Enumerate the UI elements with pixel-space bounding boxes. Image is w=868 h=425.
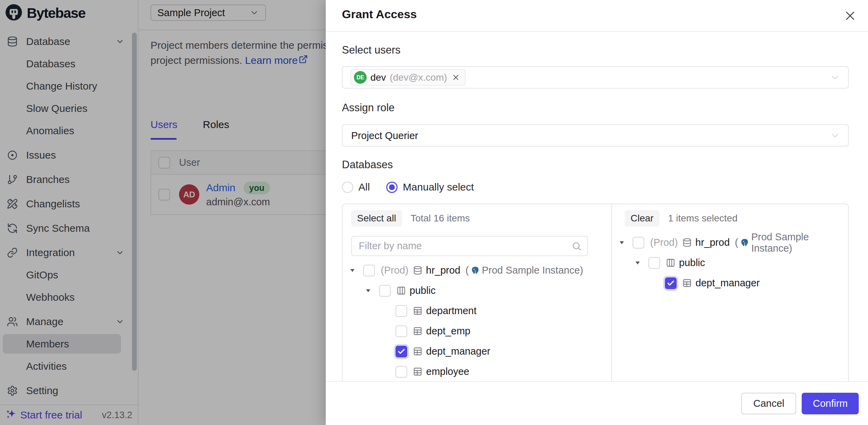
- tree-row-dept_manager[interactable]: dept_manager: [343, 341, 611, 361]
- modal-title: Grant Access: [342, 8, 417, 21]
- radio-manually-select-label: Manually select: [403, 181, 474, 193]
- tree-checkbox[interactable]: [379, 285, 391, 297]
- source-tree: (Prod)hr_prod(Prod Sample Instance)publi…: [343, 260, 611, 381]
- tree-checkbox[interactable]: [363, 265, 375, 276]
- filter-input[interactable]: [351, 236, 588, 256]
- select-users-input[interactable]: DE dev (dev@x.com): [342, 66, 849, 89]
- avatar: DE: [354, 71, 367, 84]
- tree-checkbox[interactable]: [396, 325, 407, 337]
- schema-icon: [397, 286, 406, 295]
- select-users-label: Select users: [342, 44, 401, 56]
- schema-icon: [666, 258, 675, 267]
- database-scope-radios: All Manually select: [342, 181, 474, 193]
- tree-checkbox[interactable]: [396, 305, 407, 317]
- postgres-icon: [740, 238, 749, 248]
- radio-manually-select[interactable]: [386, 182, 398, 193]
- radio-all-label: All: [358, 181, 370, 193]
- search-icon: [571, 241, 582, 251]
- table-icon: [682, 278, 692, 288]
- modal-header: Grant Access: [326, 0, 868, 32]
- tree-row-dept_emp[interactable]: dept_emp: [343, 321, 611, 341]
- confirm-button[interactable]: Confirm: [802, 393, 859, 414]
- grant-access-modal: Grant Access Select users DE dev (dev@x.…: [326, 0, 868, 425]
- tree-checkbox[interactable]: [633, 237, 644, 249]
- table-icon: [413, 347, 422, 356]
- filter-field: [351, 236, 588, 256]
- tree-row-public[interactable]: public: [343, 280, 611, 301]
- role-select[interactable]: Project Querier: [342, 124, 849, 147]
- tree-row-dept_manager[interactable]: dept_manager: [612, 273, 848, 293]
- databases-label: Databases: [342, 159, 393, 171]
- postgres-icon: [470, 266, 480, 275]
- target-panel: Clear 1 items selected (Prod)hr_prod(Pro…: [612, 204, 848, 381]
- close-icon[interactable]: [841, 7, 859, 25]
- radio-all[interactable]: [342, 182, 353, 193]
- caret-down-icon[interactable]: [349, 267, 356, 273]
- caret-down-icon[interactable]: [619, 240, 625, 245]
- total-items-label: Total 16 items: [411, 213, 470, 224]
- database-icon: [682, 238, 692, 247]
- tree-checkbox[interactable]: [396, 346, 407, 357]
- cancel-button[interactable]: Cancel: [741, 393, 796, 414]
- caret-down-icon[interactable]: [635, 260, 641, 266]
- database-transfer: Select all Total 16 items (Prod)hr_prod(…: [342, 204, 849, 381]
- selected-count-label: 1 items selected: [668, 213, 737, 224]
- remove-user-icon[interactable]: [452, 73, 460, 82]
- assign-role-label: Assign role: [342, 102, 394, 114]
- role-select-value: Project Querier: [351, 130, 418, 141]
- tree-checkbox[interactable]: [665, 277, 677, 289]
- table-icon: [413, 326, 422, 336]
- source-panel: Select all Total 16 items (Prod)hr_prod(…: [343, 204, 612, 381]
- select-all-button[interactable]: Select all: [351, 210, 402, 227]
- caret-down-icon[interactable]: [365, 288, 371, 294]
- modal-footer: Cancel Confirm: [326, 381, 868, 425]
- bytebase-app: Bytebase DatabaseDatabasesChange History…: [0, 0, 868, 425]
- table-icon: [413, 367, 422, 376]
- target-tree: (Prod)hr_prod(Prod Sample Instance)publi…: [612, 232, 848, 293]
- table-icon: [413, 306, 422, 315]
- tree-row-hr_prod[interactable]: (Prod)hr_prod(Prod Sample Instance): [343, 260, 611, 280]
- tree-row-department[interactable]: department: [343, 301, 611, 321]
- tree-checkbox[interactable]: [648, 257, 660, 269]
- selected-user-chip: DE dev (dev@x.com): [350, 69, 466, 86]
- tree-row-public[interactable]: public: [612, 253, 848, 273]
- tree-row-hr_prod[interactable]: (Prod)hr_prod(Prod Sample Instance): [612, 232, 848, 253]
- clear-button[interactable]: Clear: [625, 210, 659, 227]
- database-icon: [413, 266, 422, 275]
- tree-row-employee[interactable]: employee: [343, 361, 611, 381]
- tree-checkbox[interactable]: [396, 366, 407, 378]
- chevron-down-icon: [830, 72, 841, 83]
- chevron-down-icon: [830, 130, 841, 141]
